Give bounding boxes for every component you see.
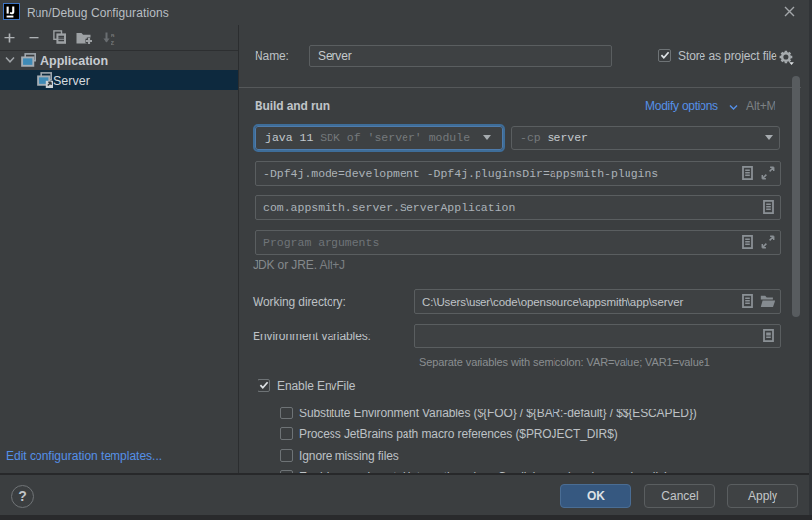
svg-text:z: z — [111, 38, 114, 46]
